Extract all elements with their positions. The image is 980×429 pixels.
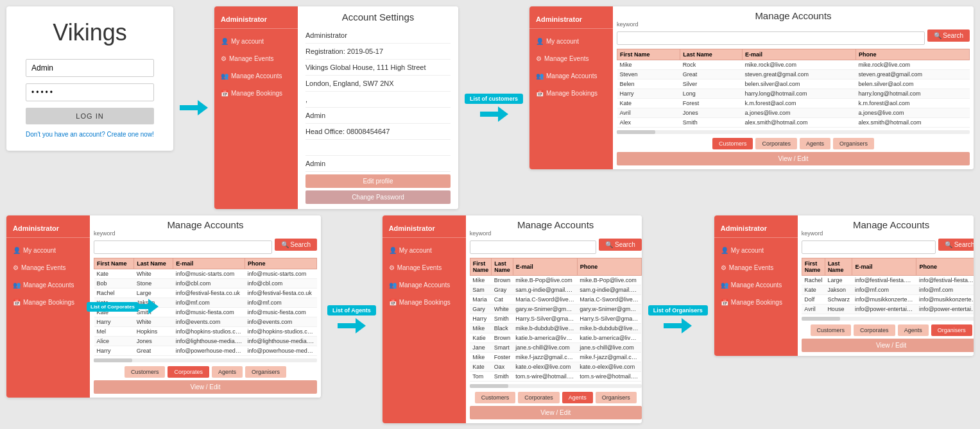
corp-col-fn: First Name — [94, 258, 134, 269]
corp-col-email: E-mail — [173, 258, 245, 269]
sidebar-mc-myaccount[interactable]: 👤 My account — [529, 34, 613, 49]
sidebar-agents-accounts[interactable]: 👥 Manage Accounts — [383, 278, 466, 292]
table-cell: White — [492, 305, 513, 314]
table-cell: info@cbl.com — [173, 279, 245, 289]
sidebar-agents-myaccount[interactable]: 👤 My account — [383, 243, 466, 258]
tab-agents[interactable]: Agents — [800, 138, 830, 149]
search-button-org[interactable]: 🔍 Search — [938, 239, 974, 251]
sidebar-label-events: Manage Events — [229, 55, 274, 62]
sidebar-corp-myaccount[interactable]: 👤 My account — [6, 243, 90, 258]
table-row: SamGraysam.g-indie@gmail.comsam.g-indie@… — [470, 285, 641, 295]
view-edit-org-btn[interactable]: View / Edit — [802, 339, 974, 352]
tab-corporates[interactable]: Corporates — [755, 138, 797, 149]
sidebar-mc-label-accounts: Manage Accounts — [546, 72, 597, 80]
table-cell: Maria.C-Sword@live.com — [513, 295, 577, 305]
manage-customers-title: Manage Accounts — [617, 10, 970, 21]
sidebar-org-bookings[interactable]: 📅 Manage Bookings — [714, 295, 798, 310]
view-edit-corp-btn[interactable]: View / Edit — [94, 380, 317, 394]
tab-agents-corporates[interactable]: Corporates — [518, 392, 560, 403]
sidebar-agents-bookings[interactable]: 📅 Manage Bookings — [383, 295, 466, 310]
change-password-button[interactable]: Change Password — [305, 190, 451, 204]
table-row: HarryWhiteinfo@events.cominfo@events.com — [94, 317, 317, 327]
sidebar-mc-events[interactable]: ⚙ Manage Events — [529, 51, 613, 66]
keyword-label-customers: keyword — [617, 21, 639, 28]
tab-org-agents[interactable]: Agents — [898, 324, 929, 336]
create-account-link[interactable]: Don't you have an account? Create one no… — [26, 131, 154, 138]
table-cell: White — [134, 317, 173, 327]
table-row: HarryLongharry.long@hotmail.comharry.lon… — [617, 89, 970, 99]
username-input[interactable] — [26, 59, 154, 77]
agents-col-fn: First Name — [470, 258, 492, 276]
sidebar-mc-label-events: Manage Events — [544, 55, 589, 62]
table-cell: steven.great@gmail.com — [855, 70, 969, 80]
manage-agents-title: Manage Accounts — [470, 219, 642, 230]
sidebar-item-accounts[interactable]: 👥 Manage Accounts — [214, 69, 298, 83]
sidebar-agents-events[interactable]: ⚙ Manage Events — [383, 260, 466, 275]
manage-org-title: Manage Accounts — [802, 219, 974, 230]
password-input[interactable] — [26, 83, 154, 101]
sidebar-agents-label-myaccount: My account — [399, 247, 432, 254]
sidebar-org-myaccount[interactable]: 👤 My account — [714, 243, 798, 258]
view-edit-agents-btn[interactable]: View / Edit — [470, 406, 642, 419]
events-icon-org: ⚙ — [721, 264, 726, 271]
scroll-org[interactable] — [802, 317, 974, 321]
sidebar-corp-accounts[interactable]: 👥 Manage Accounts — [6, 278, 90, 292]
sidebar-item-bookings[interactable]: 📅 Manage Bookings — [214, 86, 298, 101]
scroll-customers[interactable] — [617, 130, 970, 134]
account-settings-main: Account Settings Administrator Registrat… — [298, 6, 458, 209]
sidebar-mc-label-myaccount: My account — [546, 38, 579, 45]
table-cell: Harry — [470, 314, 492, 324]
tab-org-organisers[interactable]: Organisers — [931, 324, 972, 336]
arrow-body-organisers — [664, 323, 682, 328]
tab-corp-corporates[interactable]: Corporates — [168, 366, 209, 378]
tab-customers[interactable]: Customers — [712, 138, 753, 149]
sidebar-item-events[interactable]: ⚙ Manage Events — [214, 51, 298, 66]
tab-agents-customers[interactable]: Customers — [475, 392, 516, 403]
sidebar-mc-bookings[interactable]: 📅 Manage Bookings — [529, 86, 613, 101]
scroll-agents[interactable] — [470, 384, 642, 388]
arrow-to-account-settings — [180, 100, 208, 115]
table-cell: Forest — [680, 99, 743, 108]
sidebar-org-events[interactable]: ⚙ Manage Events — [714, 260, 798, 275]
search-input-corp[interactable] — [94, 240, 272, 254]
sidebar-corp-events[interactable]: ⚙ Manage Events — [6, 260, 90, 275]
search-button-customers[interactable]: 🔍 Search — [927, 29, 970, 42]
sidebar-corp-bookings[interactable]: 📅 Manage Bookings — [6, 295, 90, 310]
view-edit-customers-btn[interactable]: View / Edit — [617, 152, 970, 165]
corp-arrow-body — [139, 304, 148, 309]
manage-org-main: Manage Accounts keyword 🔍 Search First N… — [798, 215, 974, 356]
scroll-corp[interactable] — [94, 358, 317, 362]
search-input-org[interactable] — [802, 240, 936, 254]
login-button[interactable]: LOG IN — [26, 108, 154, 124]
tab-agents-organisers[interactable]: Organisers — [596, 392, 637, 403]
table-cell: Smith — [680, 118, 743, 128]
table-row: TomSmithtom.s-wire@hotmail.comtom.s-wire… — [470, 372, 641, 382]
search-input-agents[interactable] — [470, 240, 597, 254]
sidebar-mc-accounts[interactable]: 👥 Manage Accounts — [529, 69, 613, 83]
org-col-email: E-mail — [852, 258, 916, 276]
tab-agents-agents[interactable]: Agents — [562, 392, 593, 403]
accounts-icon-agents: 👥 — [389, 282, 397, 289]
table-cell: alex.smith@hotmail.com — [742, 118, 855, 128]
search-button-corp[interactable]: 🔍 Search — [275, 239, 317, 251]
table-cell: info@music-fiesta.com — [173, 308, 245, 317]
sidebar-item-myaccount[interactable]: 👤 My account — [214, 34, 298, 49]
tab-corp-customers[interactable]: Customers — [125, 366, 166, 378]
edit-profile-button[interactable]: Edit profile — [305, 174, 451, 188]
user-icon-mc: 👤 — [536, 38, 544, 45]
table-cell: Gary — [470, 305, 492, 314]
search-row-org: keyword 🔍 Search — [802, 235, 974, 254]
search-button-agents[interactable]: 🔍 Search — [599, 239, 641, 251]
tab-corp-agents[interactable]: Agents — [212, 366, 243, 378]
table-cell: Mel — [94, 327, 134, 337]
sidebar-org-accounts[interactable]: 👥 Manage Accounts — [714, 278, 798, 292]
agents-col-ln: Last Name — [492, 258, 513, 276]
tab-org-customers[interactable]: Customers — [811, 324, 852, 336]
tab-corp-organisers[interactable]: Organisers — [245, 366, 286, 378]
org-col-fn: First Name — [802, 258, 825, 276]
search-input-customers[interactable] — [617, 31, 925, 45]
tab-organisers[interactable]: Organisers — [833, 138, 874, 149]
table-cell: sam.g-indie@gmail.com — [577, 285, 641, 295]
tab-org-corporates[interactable]: Corporates — [854, 324, 895, 336]
table-cell: sam.g-indie@gmail.com — [513, 285, 577, 295]
